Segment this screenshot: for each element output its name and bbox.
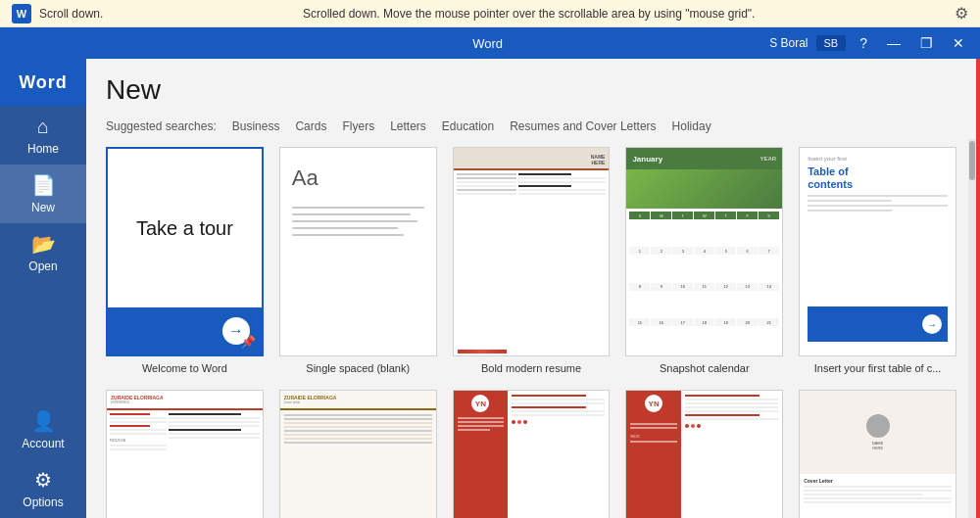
template-thumb-polished-resume: YN — [453, 390, 611, 518]
user-name: S Boral — [769, 36, 808, 50]
sidebar-item-home[interactable]: ⌂ Home — [0, 106, 86, 165]
home-icon: ⌂ — [37, 116, 49, 138]
template-thumb-blank: Aa — [279, 147, 437, 356]
scrollbar-track[interactable] — [968, 139, 976, 518]
template-name-blank: Single spaced (blank) — [279, 362, 437, 374]
template-thumb-mc1: ZURAIDE ELORRIAGA EXPERIENCE — [106, 390, 264, 518]
template-name-resume: Bold modern resume — [453, 362, 611, 374]
filter-suggested: Suggested searches: — [106, 118, 217, 135]
template-card-resume[interactable]: NAMEHERE — [453, 147, 611, 374]
template-thumb-resume: NAMEHERE — [453, 147, 611, 356]
filter-holiday[interactable]: Holiday — [672, 118, 711, 135]
filter-cards[interactable]: Cards — [295, 118, 326, 135]
sidebar-item-options[interactable]: ⚙ Options — [0, 459, 86, 518]
template-thumb-calendar: January YEAR S M T W T F S — [625, 147, 783, 356]
filter-flyers[interactable]: Flyers — [342, 118, 374, 135]
main-layout: Word ⌂ Home 📄 New 📂 Open 👤 Account ⚙ Opt… — [0, 59, 980, 518]
template-card-mc2[interactable]: ZURAIDE ELORRIAGA Cover Letter — [279, 390, 437, 518]
restore-button[interactable]: ❐ — [914, 35, 939, 51]
template-name-toc: Insert your first table of c... — [799, 362, 956, 374]
user-badge[interactable]: SB — [816, 35, 847, 51]
template-card-toc[interactable]: Insert your first Table ofcontents → — [799, 147, 956, 374]
template-thumb-mc2: ZURAIDE ELORRIAGA Cover Letter — [279, 390, 437, 518]
tour-top: Take a tour — [108, 149, 262, 307]
options-icon: ⚙ — [34, 468, 52, 492]
template-thumb-polished-cover: YN MOD — [625, 390, 783, 518]
close-button[interactable]: ✕ — [947, 35, 970, 51]
notification-bar: W Scroll down. Scrolled down. Move the m… — [0, 0, 980, 27]
sidebar-item-account[interactable]: 👤 Account — [0, 400, 86, 459]
template-card-blank[interactable]: Aa Single spaced (blank) — [279, 147, 437, 374]
help-button[interactable]: ? — [854, 35, 873, 51]
filter-education[interactable]: Education — [442, 118, 494, 135]
sidebar-account-label: Account — [22, 437, 64, 450]
sidebar: Word ⌂ Home 📄 New 📂 Open 👤 Account ⚙ Opt… — [0, 59, 86, 518]
filter-bar: Suggested searches: Business Cards Flyer… — [86, 114, 976, 139]
app-title: Word — [472, 36, 503, 51]
template-card-bold-cover[interactable]: NAMEHERE Cover Letter — [799, 390, 956, 518]
template-card-polished-cover[interactable]: YN MOD — [625, 390, 783, 518]
minimize-button[interactable]: — — [881, 35, 906, 51]
tour-bottom: → — [108, 307, 262, 354]
gear-icon[interactable]: ⚙ — [955, 4, 968, 23]
sidebar-new-label: New — [31, 201, 55, 214]
page-title: New — [106, 74, 956, 106]
open-icon: 📂 — [31, 232, 56, 256]
notification-message: Scrolled down. Move the mouse pointer ov… — [303, 7, 755, 21]
sidebar-item-new[interactable]: 📄 New — [0, 165, 86, 223]
template-thumb-toc: Insert your first Table ofcontents → — [799, 147, 956, 356]
filter-resumes[interactable]: Resumes and Cover Letters — [510, 118, 656, 135]
template-thumb-bold-cover: NAMEHERE Cover Letter — [799, 390, 956, 518]
template-card-tour[interactable]: Take a tour → 📌 Welcome to Word — [106, 147, 264, 374]
sidebar-options-label: Options — [23, 495, 63, 509]
sidebar-home-label: Home — [27, 142, 59, 156]
filter-letters[interactable]: Letters — [390, 118, 426, 135]
word-icon: W — [12, 4, 31, 24]
toc-arrow: → — [922, 314, 942, 334]
template-thumb-tour: Take a tour → 📌 — [106, 147, 264, 356]
template-card-polished-resume[interactable]: YN — [453, 390, 611, 518]
title-controls: S Boral SB ? — ❐ ✕ — [769, 35, 970, 51]
template-card-mc1[interactable]: ZURAIDE ELORRIAGA EXPERIENCE — [106, 390, 264, 518]
template-card-calendar[interactable]: January YEAR S M T W T F S — [625, 147, 783, 374]
title-bar: Word S Boral SB ? — ❐ ✕ — [0, 27, 980, 59]
content-header: New — [86, 59, 976, 114]
template-name-tour: Welcome to Word — [106, 362, 264, 374]
blank-aa: Aa — [292, 160, 424, 191]
scrollbar-thumb[interactable] — [969, 141, 975, 180]
content-area: New Suggested searches: Business Cards F… — [86, 59, 976, 518]
template-name-calendar: Snapshot calendar — [625, 362, 783, 374]
new-icon: 📄 — [31, 173, 56, 197]
account-icon: 👤 — [31, 409, 56, 433]
template-grid-container[interactable]: Take a tour → 📌 Welcome to Word — [86, 139, 976, 518]
pin-icon: 📌 — [241, 335, 256, 349]
template-grid: Take a tour → 📌 Welcome to Word — [106, 147, 956, 518]
filter-business[interactable]: Business — [232, 118, 280, 135]
sidebar-item-open[interactable]: 📂 Open — [0, 223, 86, 282]
sidebar-logo: Word — [0, 59, 86, 106]
notif-left: W Scroll down. — [12, 4, 103, 24]
sidebar-open-label: Open — [28, 259, 57, 273]
right-edge-bar — [976, 59, 980, 518]
scroll-label: Scroll down. — [39, 7, 103, 21]
